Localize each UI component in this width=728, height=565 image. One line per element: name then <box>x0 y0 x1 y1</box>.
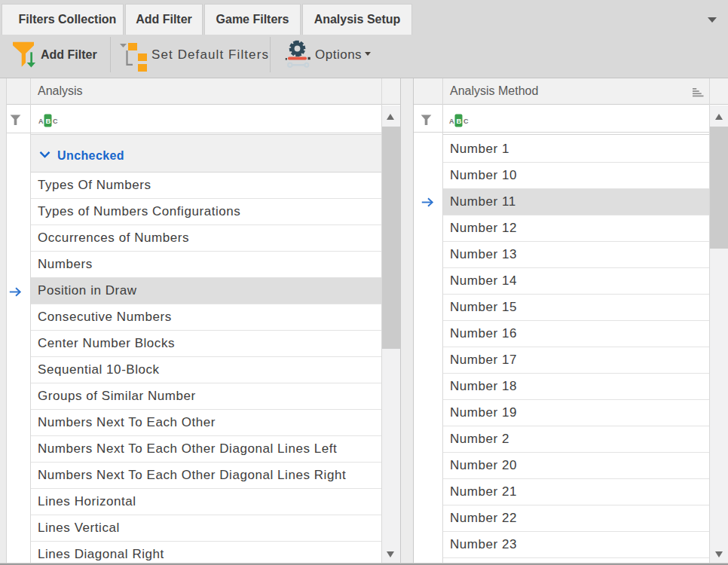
svg-text:C: C <box>463 118 469 125</box>
svg-text:A: A <box>38 118 44 125</box>
svg-text:A: A <box>449 118 454 125</box>
svg-text:C: C <box>53 118 58 125</box>
svg-text:B: B <box>46 117 51 125</box>
svg-text:B: B <box>457 117 462 125</box>
